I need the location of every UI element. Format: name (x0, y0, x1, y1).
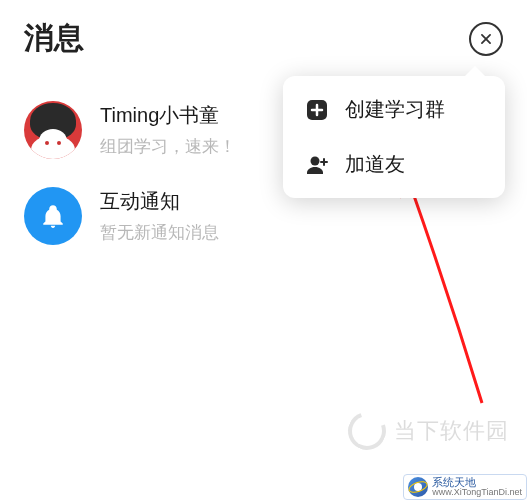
page-title: 消息 (24, 18, 84, 59)
popover-label: 加道友 (345, 151, 405, 178)
watermark-text: 当下软件园 (394, 416, 509, 446)
action-popover: 创建学习群 加道友 (283, 76, 505, 198)
popover-create-group[interactable]: 创建学习群 (283, 82, 505, 137)
messages-screen: 消息 Timing小书童 组团学习，速来！ 互动通知 暂无新通知消息 创 (0, 0, 527, 500)
avatar-cartoon-girl (24, 101, 82, 159)
watermark-logo-icon (342, 406, 392, 456)
svg-point-5 (311, 156, 320, 165)
footer-badge-logo-icon (408, 477, 428, 497)
footer-badge: 系统天地 www.XiTongTianDi.net (403, 474, 527, 500)
close-icon (479, 32, 493, 46)
popover-add-friend[interactable]: 加道友 (283, 137, 505, 192)
item-subtitle: 暂无新通知消息 (100, 221, 503, 244)
person-plus-icon (305, 153, 329, 177)
popover-label: 创建学习群 (345, 96, 445, 123)
close-button[interactable] (469, 22, 503, 56)
plus-square-icon (305, 98, 329, 122)
header: 消息 (18, 18, 509, 59)
bell-icon (40, 201, 66, 231)
footer-badge-url: www.XiTongTianDi.net (432, 488, 522, 497)
avatar-notification (24, 187, 82, 245)
watermark: 当下软件园 (348, 412, 509, 450)
